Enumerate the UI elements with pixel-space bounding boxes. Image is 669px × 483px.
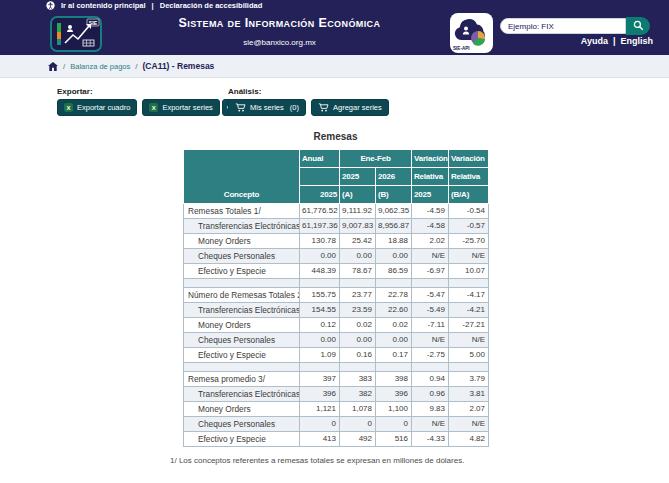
row-value: -2.75: [412, 348, 449, 363]
export-label: Exportar:: [57, 87, 235, 96]
my-series-label: Mis series: [250, 103, 284, 112]
header: Ir al contenido principal | Declaración …: [0, 0, 669, 55]
add-series-button[interactable]: Agregar series: [311, 99, 389, 116]
row-value: 23.59: [340, 303, 376, 318]
sie-logo[interactable]: SIE: [50, 16, 102, 52]
row-value: -0.54: [449, 204, 489, 219]
footnote: 1/ Los conceptos referentes a remesas to…: [170, 456, 669, 465]
row-value: [340, 279, 376, 288]
row-value: [300, 279, 340, 288]
row-concept: Remesas Totales 1/: [184, 204, 300, 219]
row-concept: Transferencias Electrónicas: [184, 219, 300, 234]
row-value: 155.75: [300, 288, 340, 303]
search-button[interactable]: [626, 17, 650, 35]
row-value: 4.82: [449, 432, 489, 447]
row-value: 1,100: [376, 402, 412, 417]
my-series-button[interactable]: Mis series (0): [228, 99, 306, 116]
row-value: 23.77: [340, 288, 376, 303]
divider: |: [613, 36, 616, 46]
col-header-concept: Concepto: [184, 150, 300, 204]
row-value: N/E: [449, 249, 489, 264]
export-group: Exportar: X Exportar cuadro X Exportar s…: [57, 87, 235, 116]
row-value: [300, 363, 340, 372]
col-header-relativa-2: Relativa: [449, 168, 489, 186]
excel-icon: X: [64, 103, 73, 112]
breadcrumb-separator: /: [63, 62, 65, 71]
row-concept: Número de Remesas Totales 2/: [184, 288, 300, 303]
toolbar: Exportar: X Exportar cuadro X Exportar s…: [0, 87, 669, 123]
search-input[interactable]: [500, 18, 626, 34]
export-series-button[interactable]: X Exportar series: [142, 99, 219, 116]
row-value: 396: [376, 387, 412, 402]
table-row: Número de Remesas Totales 2/155.7523.772…: [184, 288, 489, 303]
row-value: -4.17: [449, 288, 489, 303]
row-value: 22.78: [376, 288, 412, 303]
row-value: 516: [376, 432, 412, 447]
row-value: 0: [376, 417, 412, 432]
site-title-block: Sistema de Información Económica sie@ban…: [120, 16, 439, 47]
row-value: 22.60: [376, 303, 412, 318]
table-row: Remesas Totales 1/61,776.529,111.929,062…: [184, 204, 489, 219]
accessibility-declaration-link[interactable]: Declaración de accesibilidad: [160, 1, 263, 10]
row-value: 86.59: [376, 264, 412, 279]
row-concept: Transferencias Electrónicas: [184, 387, 300, 402]
row-value: 0.16: [340, 348, 376, 363]
table-separator-row: [184, 363, 489, 372]
help-link[interactable]: Ayuda: [581, 36, 608, 46]
row-value: 0.00: [300, 333, 340, 348]
sie-logo-text: SIE: [89, 20, 98, 26]
breadcrumb-current: (CA11) - Remesas: [143, 61, 215, 71]
row-value: 0.00: [376, 249, 412, 264]
language-link[interactable]: English: [620, 36, 653, 46]
row-value: 154.55: [300, 303, 340, 318]
row-value: -4.58: [412, 219, 449, 234]
row-value: 9,007.83: [340, 219, 376, 234]
table-row: Efectivo y Especie1.090.160.17-2.755.00: [184, 348, 489, 363]
breadcrumb-section-link[interactable]: Balanza de pagos: [70, 62, 130, 71]
row-value: -0.57: [449, 219, 489, 234]
analysis-group: Análisis: Mis series (0) Agregar series: [228, 87, 389, 116]
row-value: 78.67: [340, 264, 376, 279]
sie-api-logo-text: SIE-API: [453, 46, 470, 51]
search-icon: [633, 19, 644, 34]
row-concept: Cheques Personales: [184, 249, 300, 264]
breadcrumb: / Balanza de pagos / (CA11) - Remesas: [0, 55, 669, 78]
row-concept: Efectivo y Especie: [184, 432, 300, 447]
col-header-variation-2: Variación: [449, 150, 489, 168]
export-table-button[interactable]: X Exportar cuadro: [57, 99, 137, 116]
row-value: 1,078: [340, 402, 376, 417]
skip-to-content-link[interactable]: Ir al contenido principal: [61, 1, 146, 10]
sie-api-logo[interactable]: SIE-API: [450, 13, 493, 53]
table-row: Efectivo y Especie448.3978.6786.59-6.971…: [184, 264, 489, 279]
row-concept: Money Orders: [184, 402, 300, 417]
breadcrumb-separator: /: [135, 62, 137, 71]
row-value: 2.07: [449, 402, 489, 417]
table-row: Money Orders130.7825.4218.882.02-25.70: [184, 234, 489, 249]
cart-icon: [235, 103, 246, 112]
row-concept: Efectivo y Especie: [184, 264, 300, 279]
row-concept: Remesa promedio 3/: [184, 372, 300, 387]
row-value: 382: [340, 387, 376, 402]
row-value: [412, 279, 449, 288]
row-value: 3.79: [449, 372, 489, 387]
row-concept: Cheques Personales: [184, 417, 300, 432]
row-value: -7.11: [412, 318, 449, 333]
row-value: [412, 363, 449, 372]
col-header-variation-1: Variación: [412, 150, 449, 168]
table-row: Efectivo y Especie413492516-4.334.82: [184, 432, 489, 447]
excel-icon: X: [149, 103, 158, 112]
row-value: 397: [300, 372, 340, 387]
row-value: N/E: [412, 417, 449, 432]
row-value: 8,956.87: [376, 219, 412, 234]
row-value: 0.00: [300, 249, 340, 264]
row-concept: Money Orders: [184, 318, 300, 333]
contact-email-link[interactable]: sie@banxico.org.mx: [120, 38, 439, 47]
table-header: Concepto Anual Ene-Feb Variación Variaci…: [184, 150, 489, 204]
row-value: 0.02: [376, 318, 412, 333]
col-header-b: (B): [376, 186, 412, 204]
row-value: -27.21: [449, 318, 489, 333]
row-value: [340, 363, 376, 372]
accessibility-icon: [46, 1, 55, 10]
home-icon[interactable]: [48, 62, 58, 71]
col-header-year-b: 2026: [376, 168, 412, 186]
